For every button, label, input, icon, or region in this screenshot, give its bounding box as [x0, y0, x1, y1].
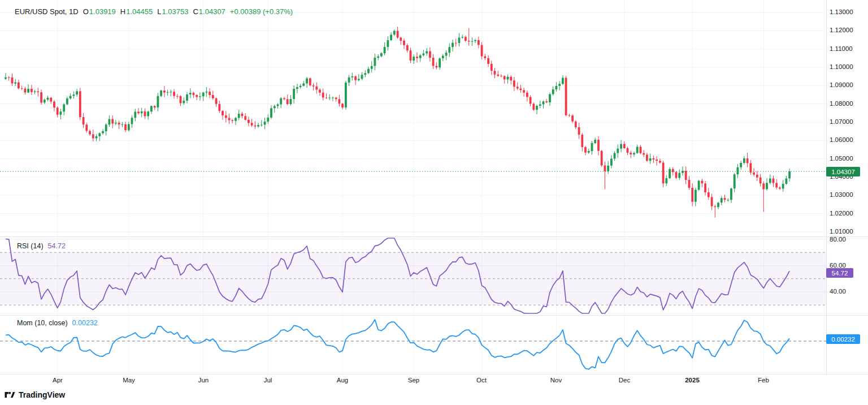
tradingview-icon [5, 391, 15, 399]
rsi-axis-label: 80.00 [830, 235, 846, 244]
mom-value: 0.00232 [72, 319, 98, 327]
time-axis-label: Sep [408, 377, 419, 384]
time-axis-label: Jul [264, 377, 272, 384]
high-readout: H1.04455 [120, 7, 153, 16]
price-axis-label: 1.06000 [830, 136, 853, 144]
price-axis-label: 1.10000 [830, 63, 853, 71]
mom-pane-title: Mom (10, close) 0.00232 [17, 319, 98, 327]
price-axis-label: 1.01000 [830, 227, 853, 236]
rsi-axis-label: 40.00 [830, 287, 846, 296]
rsi-value: 54.72 [48, 242, 66, 250]
time-axis-label: Jun [198, 377, 209, 384]
time-axis-label: Nov [550, 377, 562, 384]
symbol-title: EUR/USD Spot, 1D [15, 7, 79, 16]
rsi-pane-title: RSI (14) 54.72 [17, 242, 66, 250]
time-axis-label: Oct [476, 377, 487, 384]
tradingview-chart-widget: EUR/USD Spot, 1D O1.03919 H1.04455 L1.03… [0, 0, 868, 405]
mom-value-badge: 0.00232 [826, 334, 860, 344]
price-axis-label: 1.03000 [830, 191, 853, 199]
time-axis-label: Apr [53, 377, 63, 384]
time-axis-label: May [123, 377, 135, 384]
price-axis[interactable] [826, 0, 868, 374]
price-axis-label: 1.07000 [830, 118, 853, 126]
tradingview-wordmark: TradingView [19, 390, 65, 399]
chart-plot-area[interactable] [0, 0, 868, 405]
time-axis-label: Aug [337, 377, 348, 384]
rsi-value-badge: 54.72 [826, 268, 853, 278]
time-axis-label: Dec [619, 377, 630, 384]
symbol-ohlc-header: EUR/USD Spot, 1D O1.03919 H1.04455 L1.03… [15, 7, 293, 16]
price-axis-label: 1.12000 [830, 26, 853, 35]
change-readout: +0.00389 (+0.37%) [230, 7, 293, 16]
price-axis-label: 1.05000 [830, 154, 853, 163]
low-readout: L1.03753 [157, 7, 188, 16]
price-axis-label: 1.13000 [830, 8, 853, 16]
price-axis-label: 1.09000 [830, 81, 853, 89]
time-axis-label-year: 2025 [685, 377, 700, 384]
price-axis-label: 1.11000 [830, 45, 853, 53]
current-price-badge: 1.04307 [826, 167, 860, 176]
price-axis-label: 1.02000 [830, 209, 853, 218]
price-axis-label: 1.08000 [830, 100, 853, 108]
tradingview-logo-link[interactable]: TradingView [5, 390, 65, 399]
mom-label: Mom (10, close) [17, 319, 68, 327]
rsi-label: RSI (14) [17, 242, 44, 250]
open-readout: O1.03919 [83, 7, 116, 16]
close-readout: C1.04307 [193, 7, 225, 16]
time-axis-label: Feb [758, 377, 769, 384]
